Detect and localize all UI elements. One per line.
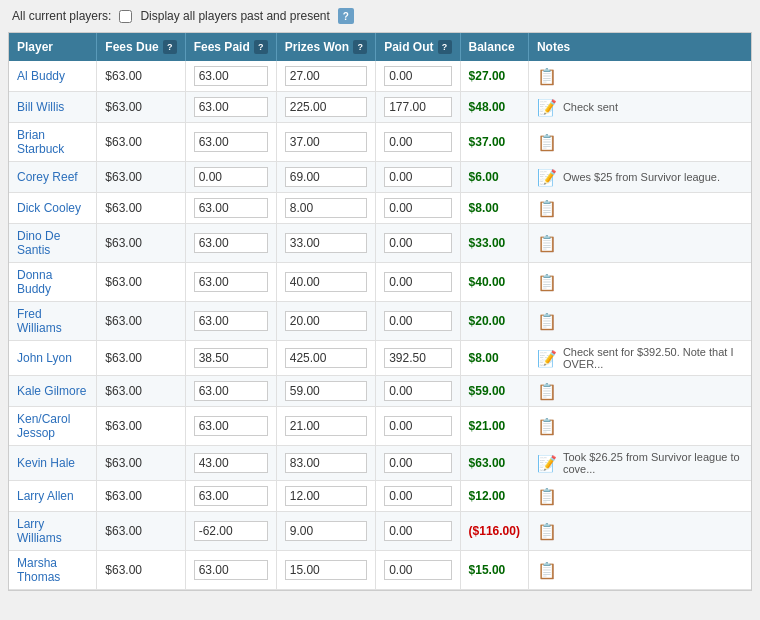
fees-paid-input[interactable] [194, 167, 268, 187]
player-name-link[interactable]: Ken/Carol Jessop [17, 412, 70, 440]
prizes-won-input[interactable] [285, 132, 367, 152]
paid-out-input[interactable] [384, 233, 451, 253]
paid-out-input[interactable] [384, 272, 451, 292]
table-row: Donna Buddy$63.00$40.00📋 [9, 263, 751, 302]
paid-out-input[interactable] [384, 521, 451, 541]
prizes-won-input[interactable] [285, 66, 367, 86]
fees-paid-input[interactable] [194, 311, 268, 331]
fees-paid-cell [185, 512, 276, 551]
note-icon[interactable]: 📝 [537, 349, 557, 368]
notes-cell: 📝Check sent for $392.50. Note that I OVE… [528, 341, 751, 376]
paid-out-input[interactable] [384, 311, 451, 331]
prizes-won-cell [276, 224, 375, 263]
fees-paid-cell [185, 123, 276, 162]
fees-paid-input[interactable] [194, 486, 268, 506]
note-text: Took $26.25 from Survivor league to cove… [563, 451, 743, 475]
fees-paid-input[interactable] [194, 521, 268, 541]
paid-out-input[interactable] [384, 348, 451, 368]
note-icon[interactable]: 📋 [537, 561, 557, 580]
note-icon[interactable]: 📋 [537, 417, 557, 436]
fees-paid-input[interactable] [194, 132, 268, 152]
prizes-won-input[interactable] [285, 233, 367, 253]
note-icon[interactable]: 📝 [537, 168, 557, 187]
display-all-help-icon[interactable]: ? [338, 8, 354, 24]
player-name-link[interactable]: Kevin Hale [17, 456, 75, 470]
paid-out-input[interactable] [384, 97, 451, 117]
fees-paid-input[interactable] [194, 233, 268, 253]
player-name-link[interactable]: Bill Willis [17, 100, 64, 114]
player-name-link[interactable]: John Lyon [17, 351, 72, 365]
fees-paid-input[interactable] [194, 198, 268, 218]
paid-out-input[interactable] [384, 453, 451, 473]
paid-out-cell [376, 446, 460, 481]
paid-out-input[interactable] [384, 167, 451, 187]
prizes-won-input[interactable] [285, 198, 367, 218]
fees-paid-input[interactable] [194, 66, 268, 86]
balance-cell: $33.00 [460, 224, 528, 263]
paid-out-input[interactable] [384, 486, 451, 506]
prizes-won-input[interactable] [285, 167, 367, 187]
paid-out-input[interactable] [384, 66, 451, 86]
fees-paid-input[interactable] [194, 272, 268, 292]
prizes-won-input[interactable] [285, 486, 367, 506]
fees-paid-input[interactable] [194, 381, 268, 401]
player-name-link[interactable]: Dino De Santis [17, 229, 60, 257]
paid-out-input[interactable] [384, 198, 451, 218]
top-bar: All current players: Display all players… [0, 0, 760, 32]
note-text: Check sent [563, 101, 618, 113]
note-icon[interactable]: 📋 [537, 522, 557, 541]
note-icon[interactable]: 📋 [537, 234, 557, 253]
fees-paid-help-icon[interactable]: ? [254, 40, 268, 54]
fees-paid-cell [185, 551, 276, 590]
paid-out-input[interactable] [384, 560, 451, 580]
note-icon[interactable]: 📋 [537, 487, 557, 506]
display-all-checkbox[interactable] [119, 10, 132, 23]
paid-out-input[interactable] [384, 381, 451, 401]
fees-paid-input[interactable] [194, 560, 268, 580]
fees-due-help-icon[interactable]: ? [163, 40, 177, 54]
player-name-link[interactable]: Larry Allen [17, 489, 74, 503]
prizes-won-input[interactable] [285, 311, 367, 331]
prizes-won-input[interactable] [285, 381, 367, 401]
player-name-link[interactable]: Brian Starbuck [17, 128, 64, 156]
paid-out-input[interactable] [384, 416, 451, 436]
player-name-link[interactable]: Marsha Thomas [17, 556, 60, 584]
player-name-link[interactable]: Fred Williams [17, 307, 62, 335]
player-name-link[interactable]: Kale Gilmore [17, 384, 86, 398]
player-name-link[interactable]: Dick Cooley [17, 201, 81, 215]
note-icon[interactable]: 📋 [537, 312, 557, 331]
player-name-link[interactable]: Al Buddy [17, 69, 65, 83]
note-icon[interactable]: 📝 [537, 98, 557, 117]
note-icon[interactable]: 📋 [537, 199, 557, 218]
note-icon[interactable]: 📝 [537, 454, 557, 473]
paid-out-input[interactable] [384, 132, 451, 152]
note-icon[interactable]: 📋 [537, 273, 557, 292]
prizes-won-input[interactable] [285, 416, 367, 436]
paid-out-cell [376, 263, 460, 302]
prizes-won-input[interactable] [285, 521, 367, 541]
prizes-won-input[interactable] [285, 272, 367, 292]
fees-paid-input[interactable] [194, 97, 268, 117]
paid-out-help-icon[interactable]: ? [438, 40, 452, 54]
notes-cell: 📋 [528, 512, 751, 551]
fees-paid-input[interactable] [194, 416, 268, 436]
prizes-won-input[interactable] [285, 348, 367, 368]
player-name-link[interactable]: Corey Reef [17, 170, 78, 184]
player-name-link[interactable]: Larry Williams [17, 517, 62, 545]
col-notes: Notes [528, 33, 751, 61]
fees-paid-input[interactable] [194, 348, 268, 368]
prizes-won-input[interactable] [285, 560, 367, 580]
player-name-link[interactable]: Donna Buddy [17, 268, 52, 296]
fees-paid-input[interactable] [194, 453, 268, 473]
table-row: Marsha Thomas$63.00$15.00📋 [9, 551, 751, 590]
prizes-won-help-icon[interactable]: ? [353, 40, 367, 54]
fees-paid-cell [185, 92, 276, 123]
note-icon[interactable]: 📋 [537, 382, 557, 401]
balance-cell: $8.00 [460, 193, 528, 224]
prizes-won-cell [276, 61, 375, 92]
prizes-won-cell [276, 263, 375, 302]
note-icon[interactable]: 📋 [537, 133, 557, 152]
prizes-won-input[interactable] [285, 97, 367, 117]
note-icon[interactable]: 📋 [537, 67, 557, 86]
prizes-won-input[interactable] [285, 453, 367, 473]
